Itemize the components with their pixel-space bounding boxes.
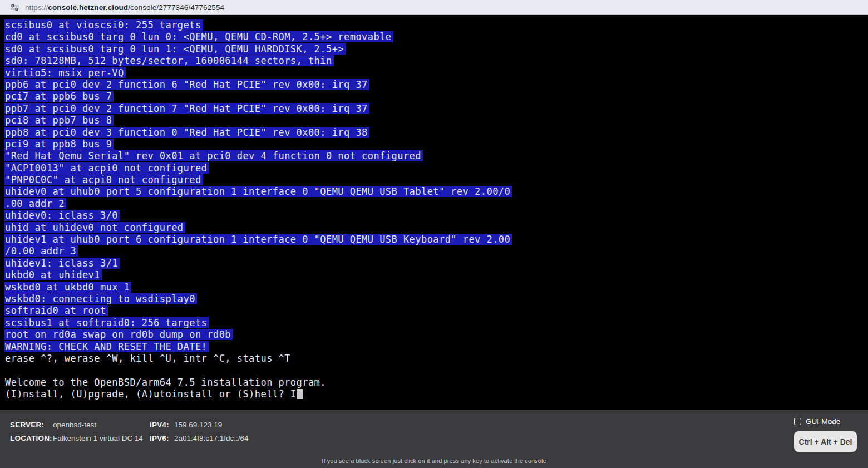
terminal-line: uhid at uhidev0 not configured xyxy=(5,222,868,234)
terminal-line: "PNP0C0C" at acpi0 not configured xyxy=(5,174,868,186)
gui-mode-label: GUI-Mode xyxy=(806,417,840,426)
black-screen-hint: If you see a black screen just click on … xyxy=(0,457,868,464)
terminal-line: cd0 at scsibus0 targ 0 lun 0: <QEMU, QEM… xyxy=(5,31,868,43)
terminal-line: scsibus1 at softraid0: 256 targets xyxy=(5,317,868,329)
terminal-line: .00 addr 2 xyxy=(5,198,868,210)
server-info-grid: SERVER: openbsd-test IPV4: 159.69.123.19… xyxy=(10,421,249,442)
browser-url-bar[interactable]: https://console.hetzner.cloud/console/27… xyxy=(0,0,868,15)
terminal-line: pci8 at ppb7 bus 8 xyxy=(5,115,868,126)
terminal-line: ukbd0 at uhidev1 xyxy=(5,269,868,281)
terminal-line: erase ^?, werase ^W, kill ^U, intr ^C, s… xyxy=(5,353,868,364)
terminal-line: wskbd0: connecting to wsdisplay0 xyxy=(5,293,868,305)
terminal-line: uhidev0: iclass 3/0 xyxy=(5,210,868,221)
location-label: LOCATION: xyxy=(10,434,53,442)
terminal-line: pci9 at ppb8 bus 9 xyxy=(5,139,868,150)
server-label: SERVER: xyxy=(10,421,53,429)
gui-mode-toggle[interactable]: GUI-Mode xyxy=(794,416,840,426)
text-cursor xyxy=(297,389,303,399)
url-path: /console/2777346/47762554 xyxy=(128,3,224,12)
terminal-line: (I)nstall, (U)pgrade, (A)utoinstall or (… xyxy=(5,388,868,400)
gui-mode-checkbox[interactable] xyxy=(794,418,801,425)
status-bar: SERVER: openbsd-test IPV4: 159.69.123.19… xyxy=(0,410,868,468)
terminal-line: "ACPI0013" at acpi0 not configured xyxy=(5,162,868,174)
terminal-line: sd0: 78128MB, 512 bytes/sector, 16000614… xyxy=(5,55,868,67)
url-scheme: https:// xyxy=(25,3,48,12)
terminal-line: virtio5: msix per-VQ xyxy=(5,67,868,79)
terminal-line: ppb6 at pci0 dev 2 function 6 "Red Hat P… xyxy=(5,79,868,91)
url-domain: console.hetzner.cloud xyxy=(48,3,128,12)
terminal-line: "Red Hat Qemu Serial" rev 0x01 at pci0 d… xyxy=(5,150,868,162)
console-screen[interactable]: scsibus0 at vioscsi0: 255 targetscd0 at … xyxy=(0,15,868,410)
console-output: scsibus0 at vioscsi0: 255 targetscd0 at … xyxy=(5,19,868,401)
terminal-line: WARNING: CHECK AND RESET THE DATE! xyxy=(5,341,868,353)
site-settings-sliders-icon[interactable] xyxy=(10,3,19,12)
terminal-line: wskbd0 at ukbd0 mux 1 xyxy=(5,282,868,293)
server-value: openbsd-test xyxy=(53,421,150,429)
terminal-line: Welcome to the OpenBSD/arm64 7.5 install… xyxy=(5,377,868,388)
terminal-line: softraid0 at root xyxy=(5,305,868,317)
terminal-line: uhidev1: iclass 3/1 xyxy=(5,258,868,269)
ipv6-label: IPV6: xyxy=(150,434,174,442)
terminal-line: pci7 at ppb6 bus 7 xyxy=(5,91,868,102)
ctrl-alt-del-button[interactable]: Ctrl + Alt + Del xyxy=(794,431,857,452)
terminal-line: sd0 at scsibus0 targ 0 lun 1: <QEMU, QEM… xyxy=(5,43,868,55)
console-controls: GUI-Mode Ctrl + Alt + Del xyxy=(794,416,857,452)
ipv4-label: IPV4: xyxy=(150,421,174,429)
ipv4-value: 159.69.123.19 xyxy=(174,421,249,429)
terminal-line: root on rd0a swap on rd0b dump on rd0b xyxy=(5,329,868,341)
terminal-line: scsibus0 at vioscsi0: 255 targets xyxy=(5,19,868,31)
terminal-line: ppb8 at pci0 dev 3 function 0 "Red Hat P… xyxy=(5,127,868,139)
url-text[interactable]: https://console.hetzner.cloud/console/27… xyxy=(25,3,224,12)
ipv6-value: 2a01:4f8:c17:1fdc::/64 xyxy=(174,434,249,442)
terminal-line: uhidev1 at uhub0 port 6 configuration 1 … xyxy=(5,234,868,245)
location-value: Falkenstein 1 virtual DC 14 xyxy=(53,434,150,442)
terminal-line: /0.00 addr 3 xyxy=(5,245,868,257)
terminal-line: ppb7 at pci0 dev 2 function 7 "Red Hat P… xyxy=(5,103,868,115)
terminal-line xyxy=(5,364,868,376)
terminal-line: uhidev0 at uhub0 port 5 configuration 1 … xyxy=(5,186,868,198)
